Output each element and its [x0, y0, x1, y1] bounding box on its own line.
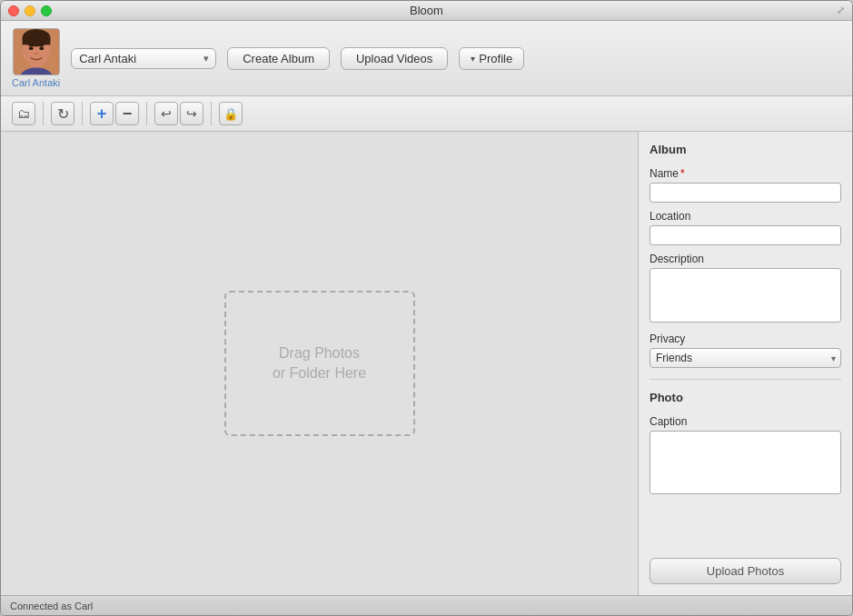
- privacy-select-wrapper[interactable]: Friends Public Only Me Custom: [650, 348, 841, 368]
- window-title: Bloom: [410, 4, 443, 17]
- location-field-group: Location: [650, 210, 841, 245]
- tool-group-add-remove: + −: [90, 102, 147, 125]
- user-select[interactable]: Carl Antaki: [71, 48, 216, 69]
- caption-input[interactable]: [650, 431, 841, 494]
- description-field-group: Description: [650, 253, 841, 325]
- status-text: Connected as Carl: [10, 601, 93, 611]
- photo-toolbar: 🗂 ↻ + − ↩ ↪ 🔒: [1, 96, 852, 132]
- name-required-star: *: [680, 167, 685, 180]
- svg-point-6: [28, 46, 33, 50]
- title-bar: Bloom ⤢: [1, 1, 852, 21]
- privacy-field-group: Privacy Friends Public Only Me Custom: [650, 333, 841, 368]
- caption-label: Caption: [650, 415, 841, 428]
- album-section-title: Album: [650, 143, 841, 156]
- svg-point-10: [35, 52, 38, 55]
- photo-canvas[interactable]: Drag Photos or Folder Here: [1, 132, 638, 595]
- divider: [650, 379, 841, 380]
- svg-point-7: [39, 46, 44, 50]
- profile-button[interactable]: Profile: [459, 47, 524, 70]
- name-input[interactable]: [650, 183, 841, 203]
- refresh-tool-button[interactable]: ↻: [51, 102, 74, 125]
- photo-panel: Drag Photos or Folder Here: [1, 132, 639, 595]
- content-area: 🗂 ↻ + − ↩ ↪ 🔒 Drag Photos: [1, 96, 852, 595]
- photo-section-title: Photo: [650, 391, 841, 404]
- location-input[interactable]: [650, 225, 841, 245]
- privacy-label: Privacy: [650, 333, 841, 345]
- maximize-button[interactable]: [41, 5, 52, 16]
- panels: Drag Photos or Folder Here Album Name *: [1, 132, 852, 595]
- svg-rect-8: [28, 45, 34, 45]
- upload-photos-button[interactable]: Upload Photos: [650, 558, 841, 584]
- tool-group-refresh: ↻: [51, 102, 83, 125]
- description-label: Description: [650, 253, 841, 265]
- caption-field-group: Caption: [650, 415, 841, 497]
- undo-tool-button[interactable]: ↩: [154, 102, 178, 125]
- top-toolbar: Carl Antaki Carl Antaki Create Album Upl…: [1, 21, 852, 96]
- name-label: Name *: [650, 167, 841, 180]
- description-input[interactable]: [650, 268, 841, 323]
- status-bar: Connected as Carl: [1, 595, 852, 615]
- redo-tool-button[interactable]: ↪: [180, 102, 203, 125]
- resize-icon: ⤢: [837, 5, 845, 16]
- tool-group-undo-redo: ↩ ↪: [154, 102, 212, 125]
- create-album-button[interactable]: Create Album: [227, 47, 330, 70]
- close-button[interactable]: [8, 5, 19, 16]
- drop-zone-line1: Drag Photos: [279, 343, 360, 363]
- window-controls[interactable]: [8, 5, 52, 16]
- svg-rect-9: [38, 45, 44, 45]
- privacy-tool-button[interactable]: 🔒: [219, 102, 243, 125]
- folder-tool-button[interactable]: 🗂: [12, 102, 35, 125]
- tool-group-privacy: 🔒: [219, 102, 250, 125]
- add-tool-button[interactable]: +: [90, 102, 114, 125]
- svg-rect-5: [22, 38, 50, 45]
- user-name-label: Carl Antaki: [12, 77, 60, 88]
- privacy-select[interactable]: Friends Public Only Me Custom: [650, 348, 841, 368]
- user-section: Carl Antaki: [12, 28, 60, 88]
- tool-group-folder: 🗂: [12, 102, 44, 125]
- minimize-button[interactable]: [25, 5, 35, 16]
- right-panel: Album Name * Location Description: [639, 132, 852, 595]
- avatar: [13, 28, 60, 75]
- drop-zone-line2: or Folder Here: [273, 363, 366, 383]
- drop-zone[interactable]: Drag Photos or Folder Here: [224, 291, 415, 436]
- name-field-group: Name *: [650, 167, 841, 203]
- remove-tool-button[interactable]: −: [115, 102, 139, 125]
- user-select-wrapper[interactable]: Carl Antaki: [71, 48, 216, 69]
- upload-videos-button[interactable]: Upload Videos: [341, 47, 448, 70]
- location-label: Location: [650, 210, 841, 223]
